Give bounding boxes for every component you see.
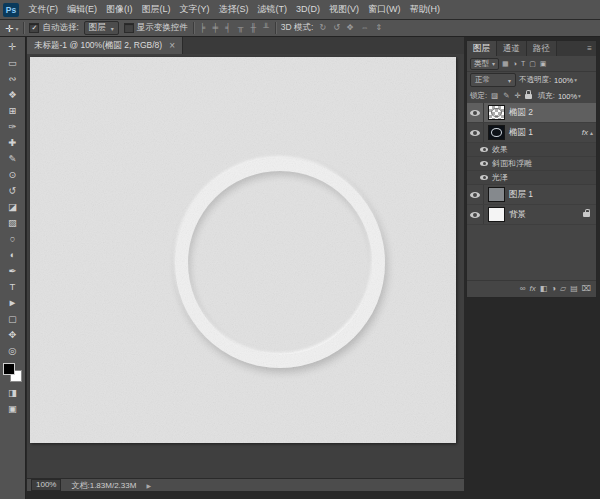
align-left-edges-icon[interactable]: ╞ [199,24,207,32]
shape-tool[interactable]: ▢ [1,310,25,326]
3d-rotate-icon[interactable]: ↻ [318,24,327,32]
show-transform-checkbox[interactable]: 显示变换控件 [124,22,188,34]
move-tool[interactable]: ✛ [1,38,25,54]
3d-drag-icon[interactable]: ✥ [346,24,355,32]
gradient-tool[interactable]: ▨ [1,214,25,230]
add-layer-mask-icon[interactable]: ◧ [540,285,548,293]
filter-kind-dropdown[interactable]: 类型 [470,58,499,70]
filter-shape-layers-icon[interactable]: ▢ [528,60,537,67]
visibility-toggle[interactable] [467,205,484,224]
panel-menu-icon[interactable]: ≡ [587,41,596,56]
blend-mode-dropdown[interactable]: 正常 [470,73,516,87]
menu-select[interactable]: 选择(S) [214,0,253,19]
menu-image[interactable]: 图像(I) [102,0,138,19]
align-horizontal-centers-icon[interactable]: ╪ [211,24,219,32]
filter-smart-objects-icon[interactable]: ▣ [539,60,548,67]
menu-window[interactable]: 窗口(W) [364,0,406,19]
align-right-edges-icon[interactable]: ╡ [224,24,232,32]
tab-channels[interactable]: 通道 [497,41,527,56]
quick-selection-tool[interactable]: ❖ [1,86,25,102]
layer-row-ellipse-2[interactable]: 椭圆 2 [467,103,596,123]
clone-stamp-tool[interactable]: ⊙ [1,166,25,182]
visibility-toggle[interactable] [467,185,484,204]
filter-pixel-layers-icon[interactable]: ▦ [501,60,510,67]
adjustment-layer-icon[interactable]: ◑ [551,285,556,293]
effect-label: 斜面和浮雕 [492,158,532,169]
auto-select-target-dropdown[interactable]: 图层 [84,21,119,35]
eye-icon[interactable] [480,175,488,180]
layer-thumbnail-ellipse-1[interactable] [488,125,505,140]
layer-row-layer-1[interactable]: 图层 1 [467,185,596,205]
visibility-toggle[interactable] [467,103,484,122]
effect-bevel-emboss-row[interactable]: 斜面和浮雕 [467,157,596,171]
screen-mode-button[interactable]: ▣ [1,400,25,416]
zoom-level-field[interactable]: 100% [31,479,61,491]
lock-pixels-icon[interactable]: ✎ [502,92,510,100]
zoom-tool[interactable]: ◎ [1,342,25,358]
menu-layer[interactable]: 图层(L) [137,0,175,19]
blur-tool[interactable]: ○ [1,230,25,246]
align-vertical-centers-icon[interactable]: ╫ [249,24,257,32]
brush-tool[interactable]: ✎ [1,150,25,166]
tab-layers[interactable]: 图层 [467,41,497,56]
effects-row[interactable]: 效果 [467,143,596,157]
eye-icon[interactable] [480,147,488,152]
filter-type-layers-icon[interactable]: T [520,60,526,67]
fill-value[interactable]: 100% [558,92,581,101]
opacity-value[interactable]: 100% [554,76,577,85]
layer-thumbnail-background[interactable] [488,207,505,222]
type-tool[interactable]: T [1,278,25,294]
menu-3d[interactable]: 3D(D) [292,0,325,19]
rectangular-marquee-tool[interactable]: ▭ [1,54,25,70]
tab-paths[interactable]: 路径 [527,41,557,56]
layer-styles-icon[interactable]: fx [529,285,535,293]
menu-file[interactable]: 文件(F) [24,0,63,19]
lock-transparency-icon[interactable]: ▨ [490,92,499,100]
screen-mode-icon: ▣ [8,403,17,414]
menu-edit[interactable]: 编辑(E) [63,0,102,19]
history-brush-tool[interactable]: ↺ [1,182,25,198]
move-tool-preset-icon[interactable]: ✛ [5,23,18,34]
tab-close-icon[interactable]: × [169,41,175,51]
align-top-edges-icon[interactable]: ╥ [237,24,245,32]
layer-row-background[interactable]: 背景 [467,205,596,225]
fx-collapse-arrow-icon[interactable]: ▴ [590,129,596,136]
pen-tool[interactable]: ✒ [1,262,25,278]
effect-satin-row[interactable]: 光泽 [467,171,596,185]
eyedropper-tool[interactable]: ✑ [1,118,25,134]
visibility-toggle[interactable] [467,123,484,142]
dodge-tool[interactable]: ◐ [1,246,25,262]
lock-position-icon[interactable]: ✛ [513,92,521,100]
spot-healing-brush-tool[interactable]: ✚ [1,134,25,150]
auto-select-checkbox[interactable]: ✓ 自动选择: [29,22,78,34]
menu-type[interactable]: 文字(Y) [175,0,214,19]
foreground-color-swatch[interactable] [3,363,15,375]
crop-tool[interactable]: ⊞ [1,102,25,118]
filter-adjustment-layers-icon[interactable]: ◑ [512,60,518,67]
new-group-icon[interactable]: ▱ [560,285,566,293]
menu-help[interactable]: 帮助(H) [405,0,445,19]
3d-scale-icon[interactable]: ⇕ [375,24,384,32]
3d-roll-icon[interactable]: ↺ [332,24,341,32]
canvas[interactable] [30,57,456,443]
delete-layer-icon[interactable]: ⌧ [582,285,591,293]
lock-all-icon[interactable] [525,94,532,99]
link-layers-icon[interactable]: ∞ [520,285,526,293]
eraser-tool[interactable]: ◪ [1,198,25,214]
layer-thumbnail-ellipse-2[interactable] [488,105,505,120]
3d-slide-icon[interactable]: ⇔ [360,24,370,32]
eye-icon[interactable] [480,161,488,166]
menu-view[interactable]: 视图(V) [325,0,364,19]
new-layer-icon[interactable]: ▤ [570,285,578,293]
hand-tool[interactable]: ✥ [1,326,25,342]
menu-filter[interactable]: 滤镜(T) [253,0,292,19]
status-options-arrow-icon[interactable]: ▶ [146,482,151,489]
layer-style-fx-badge[interactable]: fx [582,128,590,137]
layer-thumbnail-layer-1[interactable] [488,187,505,202]
lasso-tool[interactable]: ∾ [1,70,25,86]
document-tab[interactable]: 未标题-1 @ 100%(椭圆 2, RGB/8) × [27,37,183,54]
quick-mask-button[interactable]: ◨ [1,384,25,400]
align-bottom-edges-icon[interactable]: ╨ [262,24,270,32]
layer-row-ellipse-1[interactable]: 椭圆 1 fx ▴ [467,123,596,143]
path-selection-tool[interactable]: ► [1,294,25,310]
